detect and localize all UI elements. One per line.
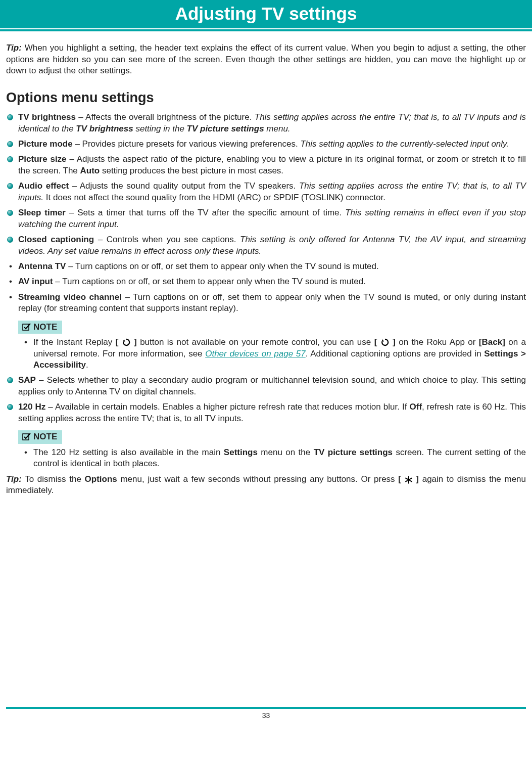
list-item: Antenna TV – Turn captions on or off, or…	[18, 261, 526, 272]
tip-paragraph-1: Tip: When you highlight a setting, the h…	[6, 42, 526, 76]
list-item: Picture mode – Provides picture presets …	[18, 139, 526, 150]
list-item: SAP – Selects whether to play a secondar…	[18, 375, 526, 397]
checkbox-icon	[22, 323, 31, 331]
page-footer: 33	[6, 707, 526, 720]
page-number: 33	[262, 711, 270, 720]
note-badge: NOTE	[18, 430, 62, 443]
list-item: Sleep timer – Sets a timer that turns of…	[18, 207, 526, 230]
list-item: AV input – Turn captions on or off, or s…	[18, 276, 526, 287]
note-item: If the Instant Replay [ ] button is not …	[33, 337, 526, 371]
note-badge: NOTE	[18, 321, 62, 334]
tip-label: Tip:	[6, 43, 22, 53]
page-header: Adjusting TV settings	[0, 0, 532, 31]
list-item: Streaming video channel – Turn captions …	[18, 292, 526, 315]
checkbox-icon	[22, 433, 31, 441]
list-item: Closed captioning – Controls when you se…	[18, 234, 526, 257]
tip-paragraph-2: Tip: To dismiss the Options menu, just w…	[6, 474, 526, 497]
section-heading: Options menu settings	[0, 89, 526, 107]
instant-replay-icon	[122, 338, 131, 347]
list-item: Picture size – Adjusts the aspect ratio …	[18, 154, 526, 176]
cross-reference-link[interactable]: Other devices on page 57	[205, 349, 306, 358]
list-item: Audio effect – Adjusts the sound quality…	[18, 181, 526, 203]
note-item: The 120 Hz setting is also available in …	[33, 447, 526, 470]
star-icon	[405, 476, 413, 484]
list-item: TV brightness – Affects the overall brig…	[18, 112, 526, 134]
instant-replay-icon	[380, 338, 390, 347]
page-title: Adjusting TV settings	[0, 0, 532, 28]
list-item: 120 Hz – Available in certain models. En…	[18, 401, 526, 424]
